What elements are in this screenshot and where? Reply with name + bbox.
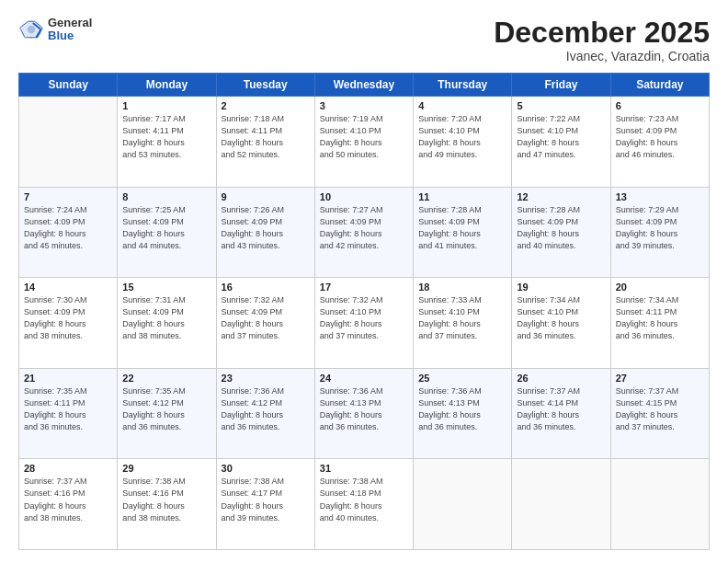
calendar-cell <box>414 459 512 550</box>
day-number: 20 <box>616 282 704 293</box>
calendar-cell: 28Sunrise: 7:37 AM Sunset: 4:16 PM Dayli… <box>19 459 118 550</box>
day-info: Sunrise: 7:36 AM Sunset: 4:12 PM Dayligh… <box>222 385 310 433</box>
day-info: Sunrise: 7:32 AM Sunset: 4:10 PM Dayligh… <box>320 294 408 342</box>
day-header-thursday: Thursday <box>414 74 512 97</box>
day-number: 19 <box>517 282 605 293</box>
calendar-cell: 18Sunrise: 7:33 AM Sunset: 4:10 PM Dayli… <box>414 278 512 369</box>
day-info: Sunrise: 7:37 AM Sunset: 4:15 PM Dayligh… <box>616 385 704 433</box>
day-number: 28 <box>24 463 112 474</box>
day-number: 5 <box>517 100 605 111</box>
day-info: Sunrise: 7:31 AM Sunset: 4:09 PM Dayligh… <box>122 294 210 342</box>
day-number: 10 <box>320 191 408 202</box>
day-number: 7 <box>24 191 112 202</box>
day-info: Sunrise: 7:32 AM Sunset: 4:09 PM Dayligh… <box>222 294 310 342</box>
day-info: Sunrise: 7:28 AM Sunset: 4:09 PM Dayligh… <box>517 204 605 252</box>
calendar-cell: 14Sunrise: 7:30 AM Sunset: 4:09 PM Dayli… <box>19 278 118 369</box>
calendar-cell <box>512 459 610 550</box>
logo-icon <box>18 17 44 42</box>
day-header-saturday: Saturday <box>610 74 709 97</box>
calendar-week-1: 1Sunrise: 7:17 AM Sunset: 4:11 PM Daylig… <box>19 97 710 188</box>
day-number: 2 <box>222 100 310 111</box>
calendar-cell: 4Sunrise: 7:20 AM Sunset: 4:10 PM Daylig… <box>414 97 512 188</box>
calendar-cell: 2Sunrise: 7:18 AM Sunset: 4:11 PM Daylig… <box>216 97 314 188</box>
calendar-cell: 10Sunrise: 7:27 AM Sunset: 4:09 PM Dayli… <box>314 187 413 278</box>
day-number: 18 <box>418 282 506 293</box>
calendar-cell: 15Sunrise: 7:31 AM Sunset: 4:09 PM Dayli… <box>118 278 216 369</box>
day-info: Sunrise: 7:36 AM Sunset: 4:13 PM Dayligh… <box>418 385 506 433</box>
day-info: Sunrise: 7:38 AM Sunset: 4:18 PM Dayligh… <box>320 476 408 523</box>
calendar-cell: 12Sunrise: 7:28 AM Sunset: 4:09 PM Dayli… <box>512 187 610 278</box>
day-info: Sunrise: 7:34 AM Sunset: 4:10 PM Dayligh… <box>517 294 605 342</box>
calendar-cell: 9Sunrise: 7:26 AM Sunset: 4:09 PM Daylig… <box>216 187 314 278</box>
day-number: 31 <box>320 463 408 474</box>
day-info: Sunrise: 7:38 AM Sunset: 4:17 PM Dayligh… <box>222 476 310 523</box>
calendar-cell: 25Sunrise: 7:36 AM Sunset: 4:13 PM Dayli… <box>414 368 512 459</box>
day-info: Sunrise: 7:34 AM Sunset: 4:11 PM Dayligh… <box>616 294 704 342</box>
day-number: 8 <box>122 191 210 202</box>
calendar-cell: 31Sunrise: 7:38 AM Sunset: 4:18 PM Dayli… <box>314 459 413 550</box>
calendar-week-5: 28Sunrise: 7:37 AM Sunset: 4:16 PM Dayli… <box>19 459 710 550</box>
calendar-cell: 8Sunrise: 7:25 AM Sunset: 4:09 PM Daylig… <box>118 187 216 278</box>
day-info: Sunrise: 7:35 AM Sunset: 4:11 PM Dayligh… <box>24 385 112 433</box>
day-info: Sunrise: 7:26 AM Sunset: 4:09 PM Dayligh… <box>222 204 310 252</box>
day-info: Sunrise: 7:28 AM Sunset: 4:09 PM Dayligh… <box>418 204 506 252</box>
day-info: Sunrise: 7:30 AM Sunset: 4:09 PM Dayligh… <box>24 294 112 342</box>
calendar-week-3: 14Sunrise: 7:30 AM Sunset: 4:09 PM Dayli… <box>19 278 710 369</box>
header: General Blue December 2025 Ivanec, Varaz… <box>18 17 710 63</box>
day-info: Sunrise: 7:18 AM Sunset: 4:11 PM Dayligh… <box>222 113 310 161</box>
day-info: Sunrise: 7:29 AM Sunset: 4:09 PM Dayligh… <box>616 204 704 252</box>
calendar-cell <box>19 97 118 188</box>
calendar-cell: 30Sunrise: 7:38 AM Sunset: 4:17 PM Dayli… <box>216 459 314 550</box>
day-number: 9 <box>222 191 310 202</box>
day-header-sunday: Sunday <box>19 74 118 97</box>
day-info: Sunrise: 7:38 AM Sunset: 4:16 PM Dayligh… <box>122 476 210 523</box>
day-number: 24 <box>320 373 408 384</box>
calendar-cell: 29Sunrise: 7:38 AM Sunset: 4:16 PM Dayli… <box>118 459 216 550</box>
calendar-cell: 26Sunrise: 7:37 AM Sunset: 4:14 PM Dayli… <box>512 368 610 459</box>
logo-text: General Blue <box>48 17 92 43</box>
day-number: 16 <box>222 282 310 293</box>
day-header-monday: Monday <box>118 74 216 97</box>
day-header-friday: Friday <box>512 74 610 97</box>
calendar-week-4: 21Sunrise: 7:35 AM Sunset: 4:11 PM Dayli… <box>19 368 710 459</box>
day-number: 11 <box>418 191 506 202</box>
day-info: Sunrise: 7:22 AM Sunset: 4:10 PM Dayligh… <box>517 113 605 161</box>
day-number: 25 <box>418 373 506 384</box>
day-number: 30 <box>222 463 310 474</box>
day-info: Sunrise: 7:27 AM Sunset: 4:09 PM Dayligh… <box>320 204 408 252</box>
calendar-cell: 20Sunrise: 7:34 AM Sunset: 4:11 PM Dayli… <box>610 278 709 369</box>
calendar-cell: 27Sunrise: 7:37 AM Sunset: 4:15 PM Dayli… <box>610 368 709 459</box>
calendar-cell: 11Sunrise: 7:28 AM Sunset: 4:09 PM Dayli… <box>414 187 512 278</box>
day-number: 14 <box>24 282 112 293</box>
day-info: Sunrise: 7:33 AM Sunset: 4:10 PM Dayligh… <box>418 294 506 342</box>
day-number: 29 <box>122 463 210 474</box>
calendar-cell: 16Sunrise: 7:32 AM Sunset: 4:09 PM Dayli… <box>216 278 314 369</box>
calendar-cell: 24Sunrise: 7:36 AM Sunset: 4:13 PM Dayli… <box>314 368 413 459</box>
day-number: 23 <box>222 373 310 384</box>
day-number: 22 <box>122 373 210 384</box>
day-header-wednesday: Wednesday <box>314 74 413 97</box>
day-number: 27 <box>616 373 704 384</box>
day-number: 21 <box>24 373 112 384</box>
day-number: 4 <box>418 100 506 111</box>
day-number: 15 <box>122 282 210 293</box>
svg-point-2 <box>28 26 36 34</box>
calendar-cell: 23Sunrise: 7:36 AM Sunset: 4:12 PM Dayli… <box>216 368 314 459</box>
day-number: 13 <box>616 191 704 202</box>
calendar-cell: 19Sunrise: 7:34 AM Sunset: 4:10 PM Dayli… <box>512 278 610 369</box>
day-info: Sunrise: 7:20 AM Sunset: 4:10 PM Dayligh… <box>418 113 506 161</box>
calendar-cell: 13Sunrise: 7:29 AM Sunset: 4:09 PM Dayli… <box>610 187 709 278</box>
day-info: Sunrise: 7:37 AM Sunset: 4:14 PM Dayligh… <box>517 385 605 433</box>
title-block: December 2025 Ivanec, Varazdin, Croatia <box>494 17 710 63</box>
logo: General Blue <box>18 17 92 43</box>
day-info: Sunrise: 7:36 AM Sunset: 4:13 PM Dayligh… <box>320 385 408 433</box>
day-info: Sunrise: 7:37 AM Sunset: 4:16 PM Dayligh… <box>24 476 112 523</box>
day-info: Sunrise: 7:23 AM Sunset: 4:09 PM Dayligh… <box>616 113 704 161</box>
day-number: 12 <box>517 191 605 202</box>
calendar-cell: 22Sunrise: 7:35 AM Sunset: 4:12 PM Dayli… <box>118 368 216 459</box>
calendar-header-row: SundayMondayTuesdayWednesdayThursdayFrid… <box>19 74 710 97</box>
day-number: 26 <box>517 373 605 384</box>
day-info: Sunrise: 7:25 AM Sunset: 4:09 PM Dayligh… <box>122 204 210 252</box>
day-info: Sunrise: 7:19 AM Sunset: 4:10 PM Dayligh… <box>320 113 408 161</box>
day-header-tuesday: Tuesday <box>216 74 314 97</box>
